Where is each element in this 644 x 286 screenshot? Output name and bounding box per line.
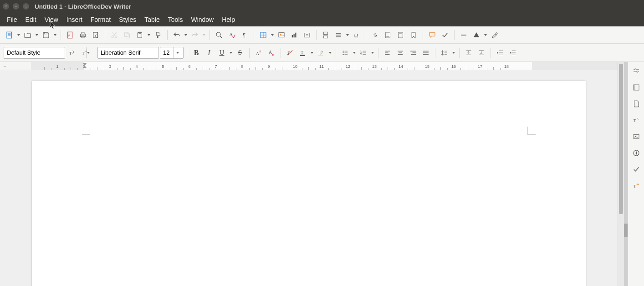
align-center-button[interactable] xyxy=(394,47,406,59)
spellcheck-button[interactable]: A xyxy=(226,29,238,41)
new-style-button[interactable]: T+ xyxy=(79,47,91,59)
menu-format[interactable]: Format xyxy=(87,13,115,26)
insert-endnote-button[interactable] xyxy=(395,29,407,41)
insert-field-dropdown[interactable] xyxy=(345,29,350,41)
insert-hyperlink-button[interactable] xyxy=(369,29,381,41)
undo-dropdown[interactable] xyxy=(184,29,188,41)
menu-insert[interactable]: Insert xyxy=(62,13,87,26)
font-color-dropdown[interactable] xyxy=(310,47,314,59)
numbered-list-dropdown[interactable] xyxy=(370,47,375,59)
menu-styles[interactable]: Styles xyxy=(115,13,140,26)
basic-shapes-dropdown[interactable] xyxy=(483,29,488,41)
sidebar-splitter[interactable] xyxy=(624,62,628,286)
menu-tools[interactable]: Tools xyxy=(164,13,187,26)
track-changes-button[interactable] xyxy=(439,29,451,41)
align-left-button[interactable] xyxy=(382,47,394,59)
document-page[interactable] xyxy=(32,81,586,286)
save-button[interactable] xyxy=(40,29,52,41)
sidebar-manage-changes-button[interactable] xyxy=(630,163,643,176)
show-draw-functions-button[interactable] xyxy=(489,29,501,41)
minimize-window-button[interactable]: − xyxy=(13,3,19,10)
sidebar-styles-button[interactable]: T xyxy=(630,114,643,127)
paragraph-style-combo[interactable] xyxy=(4,47,65,59)
export-pdf-button[interactable]: P xyxy=(64,29,76,41)
update-style-button[interactable]: T xyxy=(66,47,78,59)
insert-image-button[interactable] xyxy=(276,29,287,41)
underline-dropdown[interactable] xyxy=(229,47,233,59)
open-button[interactable] xyxy=(22,29,34,41)
insert-footnote-button[interactable] xyxy=(382,29,394,41)
menu-help[interactable]: Help xyxy=(218,13,239,26)
print-preview-button[interactable] xyxy=(90,29,102,41)
numbered-list-button[interactable]: 123 xyxy=(358,47,369,59)
bullet-list-dropdown[interactable] xyxy=(352,47,357,59)
basic-shapes-button[interactable] xyxy=(470,29,482,41)
menu-window[interactable]: Window xyxy=(187,13,218,26)
page-viewport[interactable] xyxy=(0,70,618,286)
insert-table-button[interactable] xyxy=(257,29,269,41)
sidebar-grip-icon[interactable] xyxy=(624,224,628,237)
highlight-color-dropdown[interactable] xyxy=(328,47,332,59)
line-spacing-dropdown[interactable] xyxy=(451,47,456,59)
insert-table-dropdown[interactable] xyxy=(270,29,275,41)
paste-dropdown[interactable] xyxy=(147,29,151,41)
insert-page-break-button[interactable] xyxy=(320,29,332,41)
font-size-combo[interactable] xyxy=(160,47,184,59)
horizontal-ruler[interactable]: ⌐ 123456789101112131415161718 xyxy=(0,62,618,70)
insert-chart-button[interactable] xyxy=(288,29,300,41)
strikethrough-button[interactable]: S xyxy=(234,47,246,59)
print-button[interactable] xyxy=(77,29,89,41)
undo-button[interactable] xyxy=(171,29,183,41)
formatting-marks-button[interactable]: ¶ xyxy=(239,29,250,41)
font-color-button[interactable]: T xyxy=(297,47,309,59)
italic-button[interactable]: I xyxy=(203,47,215,59)
subscript-button[interactable]: AB xyxy=(266,47,277,59)
maximize-window-button[interactable]: ◇ xyxy=(23,3,29,10)
open-dropdown[interactable] xyxy=(35,29,39,41)
insert-bookmark-button[interactable] xyxy=(408,29,419,41)
highlight-color-button[interactable] xyxy=(315,47,327,59)
decrease-spacing-button[interactable] xyxy=(475,47,487,59)
justify-button[interactable] xyxy=(420,47,432,59)
menu-table[interactable]: Table xyxy=(140,13,164,26)
redo-dropdown[interactable] xyxy=(202,29,206,41)
insert-comment-button[interactable] xyxy=(426,29,438,41)
indent-marker-icon[interactable] xyxy=(82,63,87,67)
clear-formatting-button[interactable]: T xyxy=(284,47,296,59)
sidebar-properties-button[interactable] xyxy=(630,81,643,94)
line-spacing-button[interactable] xyxy=(439,47,450,59)
insert-textbox-button[interactable]: T xyxy=(301,29,313,41)
menu-edit[interactable]: Edit xyxy=(21,13,41,26)
insert-special-char-button[interactable]: Ω xyxy=(351,29,363,41)
bold-button[interactable]: B xyxy=(190,47,202,59)
menu-view[interactable]: View xyxy=(41,13,62,26)
sidebar-gallery-button[interactable] xyxy=(630,130,643,143)
redo-button[interactable] xyxy=(189,29,201,41)
decrease-indent-button[interactable] xyxy=(507,47,519,59)
new-document-button[interactable] xyxy=(4,29,15,41)
align-right-button[interactable] xyxy=(407,47,419,59)
scroll-thumb[interactable] xyxy=(619,64,623,214)
find-replace-button[interactable] xyxy=(213,29,225,41)
sidebar-settings-button[interactable] xyxy=(630,65,643,77)
increase-spacing-button[interactable] xyxy=(463,47,475,59)
copy-button[interactable] xyxy=(121,29,133,41)
font-name-combo[interactable] xyxy=(97,47,159,59)
menu-file[interactable]: File xyxy=(3,13,21,26)
sidebar-navigator-button[interactable] xyxy=(630,147,643,159)
font-size-input[interactable] xyxy=(160,49,173,56)
increase-indent-button[interactable] xyxy=(494,47,506,59)
superscript-button[interactable]: AB xyxy=(253,47,265,59)
sidebar-style-inspector-button[interactable]: T xyxy=(630,179,643,192)
vertical-scrollbar[interactable] xyxy=(618,62,624,286)
underline-button[interactable]: U xyxy=(216,47,228,59)
new-document-dropdown[interactable] xyxy=(16,29,21,41)
insert-line-button[interactable] xyxy=(458,29,470,41)
paste-button[interactable] xyxy=(134,29,146,41)
save-dropdown[interactable] xyxy=(53,29,57,41)
insert-field-button[interactable] xyxy=(332,29,344,41)
clone-formatting-button[interactable] xyxy=(152,29,164,41)
bullet-list-button[interactable] xyxy=(339,47,351,59)
close-window-button[interactable]: ✕ xyxy=(3,3,9,10)
cut-button[interactable] xyxy=(108,29,120,41)
